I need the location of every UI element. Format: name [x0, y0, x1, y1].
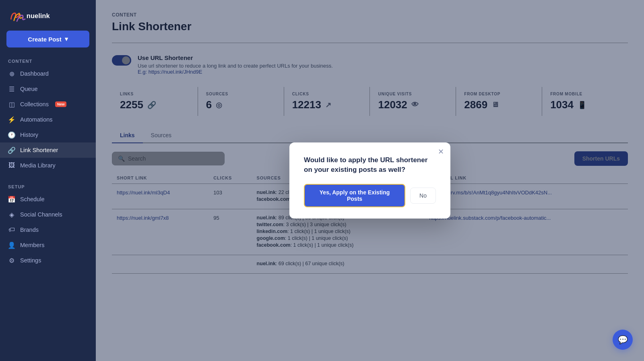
sidebar-item-label: Dashboard: [20, 70, 49, 77]
support-icon: 💬: [618, 335, 628, 344]
sidebar-item-media-library[interactable]: 🖼 Media Library: [0, 158, 96, 173]
sidebar-item-label: Collections: [20, 101, 49, 107]
modal-overlay: ✕ Would like to apply the URL shortener …: [96, 0, 644, 361]
sidebar-item-label: Brands: [20, 227, 39, 233]
settings-icon: ⚙: [8, 257, 15, 264]
modal-question: Would like to apply the URL shortener on…: [304, 155, 436, 175]
sidebar-item-members[interactable]: 👤 Members: [0, 237, 96, 253]
brands-icon: 🏷: [8, 226, 15, 233]
sidebar-item-label: Schedule: [20, 196, 44, 202]
sidebar-item-label: Media Library: [20, 162, 56, 169]
sidebar-item-history[interactable]: 🕐 History: [0, 127, 96, 142]
sidebar-item-label: History: [20, 132, 38, 138]
section-label-setup: SETUP: [0, 181, 96, 192]
modal-actions: Yes, Apply on the Existing Posts No: [304, 184, 436, 207]
sidebar-item-label: Link Shortener: [20, 147, 58, 153]
sidebar-item-dashboard[interactable]: ⊕ Dashboard: [0, 66, 96, 81]
create-post-button[interactable]: Create Post ▾: [6, 31, 89, 47]
sidebar-section-setup: SETUP 📅 Schedule ◈ Social Channels 🏷 Bra…: [0, 181, 96, 268]
section-label-content: CONTENT: [0, 56, 96, 66]
social-channels-icon: ◈: [8, 211, 15, 218]
sidebar-item-label: Members: [20, 242, 44, 248]
sidebar-item-automations[interactable]: ⚡ Automations: [0, 112, 96, 127]
schedule-icon: 📅: [8, 196, 15, 203]
sidebar-item-queue[interactable]: ☰ Queue: [0, 81, 96, 97]
sidebar-item-brands[interactable]: 🏷 Brands: [0, 222, 96, 237]
new-badge: New: [55, 101, 67, 107]
media-library-icon: 🖼: [8, 162, 15, 169]
history-icon: 🕐: [8, 131, 15, 138]
main-content: CONTENT Link Shortener Use URL Shortener…: [96, 0, 644, 361]
modal-dialog: ✕ Would like to apply the URL shortener …: [289, 142, 450, 219]
collections-icon: ◫: [8, 101, 15, 108]
link-shortener-icon: 🔗: [8, 146, 15, 154]
logo: nuelink: [0, 0, 96, 31]
automations-icon: ⚡: [8, 116, 15, 123]
sidebar-item-label: Automations: [20, 116, 53, 123]
sidebar-section-content: CONTENT ⊕ Dashboard ☰ Queue ◫ Collection…: [0, 56, 96, 173]
sidebar-item-label: Social Channels: [20, 211, 62, 218]
sidebar-item-collections[interactable]: ◫ Collections New: [0, 97, 96, 112]
support-bubble[interactable]: 💬: [613, 330, 633, 350]
sidebar: nuelink Create Post ▾ CONTENT ⊕ Dashboar…: [0, 0, 96, 361]
sidebar-item-label: Settings: [20, 257, 41, 264]
sidebar-item-link-shortener[interactable]: 🔗 Link Shortener: [0, 142, 96, 158]
sidebar-item-settings[interactable]: ⚙ Settings: [0, 253, 96, 268]
svg-text:nuelink: nuelink: [27, 12, 50, 20]
queue-icon: ☰: [8, 85, 15, 93]
modal-yes-button[interactable]: Yes, Apply on the Existing Posts: [304, 184, 405, 207]
modal-no-button[interactable]: No: [410, 188, 436, 204]
sidebar-item-social-channels[interactable]: ◈ Social Channels: [0, 207, 96, 222]
dashboard-icon: ⊕: [8, 70, 15, 77]
sidebar-item-label: Queue: [20, 86, 38, 92]
sidebar-item-schedule[interactable]: 📅 Schedule: [0, 192, 96, 207]
modal-close-button[interactable]: ✕: [438, 147, 444, 156]
members-icon: 👤: [8, 241, 15, 249]
